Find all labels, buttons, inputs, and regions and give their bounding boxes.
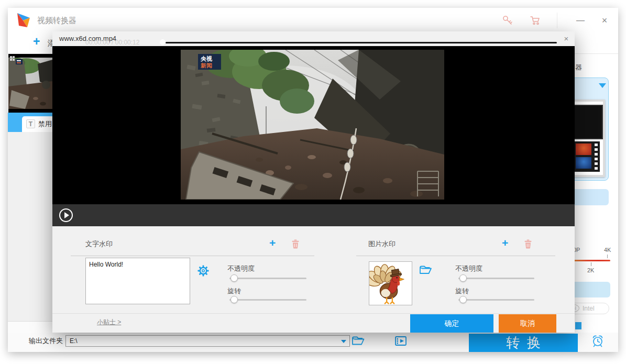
add-file-plus-icon[interactable]: +	[33, 35, 40, 49]
bottom-bar: 输出文件夹： E:\ 转换	[8, 333, 618, 352]
right-panel-blue-fragment	[575, 322, 581, 329]
watermark-dialog: www.x6d.com.mp4 ×	[52, 31, 575, 333]
gauge-tick-4k	[607, 255, 608, 258]
text-watermark-title: 文字水印	[85, 239, 113, 249]
image-opacity-slider-handle[interactable]	[459, 274, 467, 282]
media-info-icon[interactable]	[394, 335, 408, 347]
combo-dropdown-arrow-icon[interactable]	[341, 340, 346, 343]
image-watermark-divider	[356, 256, 555, 256]
seek-bar[interactable]	[166, 42, 557, 43]
tab-disable-label: 禁用	[38, 119, 52, 129]
window-title: 视频转换器	[37, 8, 76, 33]
seek-handle[interactable]	[160, 39, 166, 45]
image-opacity-slider[interactable]	[458, 278, 534, 279]
watermark-image-preview[interactable]	[369, 261, 412, 305]
browse-folder-icon[interactable]	[352, 335, 365, 347]
image-rotate-slider[interactable]	[458, 299, 534, 301]
intel-label: Intel	[583, 305, 595, 312]
video-thumbnail[interactable]	[8, 54, 52, 113]
watermark-text-input[interactable]: Hello World!	[85, 258, 190, 304]
titlebar-separator	[557, 13, 557, 28]
app-logo-icon	[15, 12, 32, 29]
video-preview-area: 央视 新闻	[52, 46, 575, 204]
resolution-label-2k: 2K	[587, 267, 594, 273]
cctv-logo: 央视 新闻	[198, 54, 221, 70]
text-opacity-slider-handle[interactable]	[230, 274, 238, 282]
convert-button[interactable]: 转换	[469, 334, 578, 352]
text-rotate-slider-handle[interactable]	[230, 296, 238, 303]
image-watermark-add-icon[interactable]: +	[502, 237, 508, 249]
text-watermark-delete-icon[interactable]	[291, 239, 300, 249]
image-rotate-slider-handle[interactable]	[459, 296, 467, 303]
video-frame: 央视 新闻	[181, 50, 444, 200]
thumbnail-cctv-logo	[16, 59, 23, 64]
cctv-logo-line1: 央视	[200, 56, 212, 62]
player-bar	[52, 204, 575, 226]
cctv-logo-line2: 新闻	[200, 62, 212, 69]
schedule-alarm-icon[interactable]	[590, 334, 606, 348]
minimize-button[interactable]: —	[573, 8, 588, 33]
main-window: 视频转换器 — × + 添	[8, 8, 618, 352]
text-tool-icon: T	[26, 119, 35, 128]
thumbnail-grid-icon	[10, 56, 15, 61]
image-watermark-delete-icon[interactable]	[524, 239, 532, 249]
play-button[interactable]	[59, 208, 73, 222]
text-watermark-add-icon[interactable]: +	[269, 237, 276, 249]
text-rotate-slider[interactable]	[229, 299, 306, 301]
time-display: 00:00:00 / 00:00:12	[85, 31, 139, 53]
image-watermark-title: 图片水印	[368, 239, 396, 249]
text-opacity-label: 不透明度	[227, 264, 255, 273]
turkey-image	[369, 262, 412, 305]
cancel-button[interactable]: 取消	[499, 314, 556, 333]
right-panel-partial-header: 器	[575, 63, 582, 72]
image-rotate-label: 旋转	[455, 286, 469, 296]
gauge-tick-2k	[591, 262, 591, 266]
close-button[interactable]: ×	[597, 8, 612, 33]
output-folder-combobox[interactable]: E:\	[65, 335, 350, 347]
ok-button[interactable]: 确定	[410, 314, 493, 333]
output-folder-label: 输出文件夹：	[29, 336, 70, 346]
tips-link[interactable]: 小贴士 >	[97, 318, 121, 327]
text-opacity-slider[interactable]	[229, 278, 306, 279]
text-rotate-label: 旋转	[227, 286, 241, 296]
thumbnail-image	[8, 58, 52, 109]
titlebar: 视频转换器 — ×	[8, 8, 618, 33]
text-watermark-divider	[71, 256, 314, 256]
text-settings-gear-icon[interactable]	[197, 265, 209, 277]
dialog-footer-divider	[52, 313, 575, 314]
image-opacity-label: 不透明度	[455, 264, 482, 273]
resolution-label-4k: 4K	[604, 247, 611, 253]
output-folder-value: E:\	[70, 337, 78, 345]
cart-icon[interactable]	[530, 15, 541, 26]
dialog-close-icon[interactable]: ×	[559, 32, 573, 45]
image-browse-folder-icon[interactable]	[419, 264, 432, 276]
register-key-icon[interactable]	[502, 15, 513, 26]
format-dropdown-arrow-icon[interactable]	[599, 83, 606, 88]
